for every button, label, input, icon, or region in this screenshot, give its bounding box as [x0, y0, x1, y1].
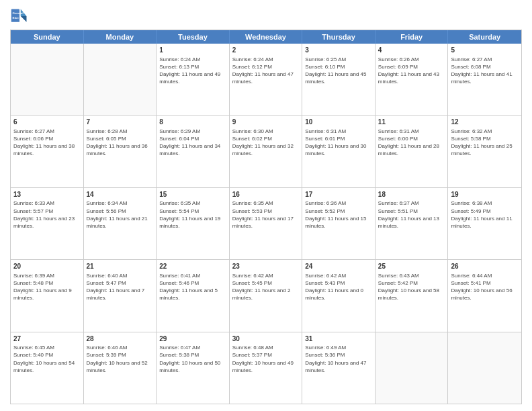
- day-cell-12: 12Sunrise: 6:32 AM Sunset: 5:58 PM Dayli…: [448, 116, 521, 187]
- header-day-tuesday: Tuesday: [157, 30, 230, 44]
- calendar-body: 1Sunrise: 6:24 AM Sunset: 6:13 PM Daylig…: [11, 44, 521, 404]
- day-info: Sunrise: 6:38 AM Sunset: 5:49 PM Dayligh…: [451, 199, 519, 230]
- day-info: Sunrise: 6:48 AM Sunset: 5:37 PM Dayligh…: [232, 344, 300, 374]
- day-number: 28: [87, 334, 154, 344]
- day-number: 19: [451, 190, 519, 199]
- day-cell-27: 27Sunrise: 6:45 AM Sunset: 5:40 PM Dayli…: [11, 332, 84, 404]
- page: General Blue SundayMondayTuesdayWednesda…: [0, 0, 532, 411]
- day-cell-14: 14Sunrise: 6:34 AM Sunset: 5:56 PM Dayli…: [84, 188, 157, 259]
- day-info: Sunrise: 6:34 AM Sunset: 5:56 PM Dayligh…: [87, 199, 154, 230]
- day-cell-empty-4-5: [375, 332, 449, 404]
- svg-text:General: General: [13, 11, 24, 15]
- day-info: Sunrise: 6:46 AM Sunset: 5:39 PM Dayligh…: [87, 344, 154, 374]
- day-number: 25: [378, 262, 445, 271]
- day-cell-10: 10Sunrise: 6:31 AM Sunset: 6:01 PM Dayli…: [302, 116, 375, 187]
- day-info: Sunrise: 6:30 AM Sunset: 6:02 PM Dayligh…: [232, 128, 300, 158]
- day-number: 20: [13, 262, 81, 271]
- day-number: 5: [451, 46, 519, 55]
- day-cell-18: 18Sunrise: 6:37 AM Sunset: 5:51 PM Dayli…: [375, 188, 449, 259]
- day-number: 14: [87, 190, 154, 199]
- day-cell-2: 2Sunrise: 6:24 AM Sunset: 6:12 PM Daylig…: [230, 44, 303, 115]
- day-info: Sunrise: 6:49 AM Sunset: 5:36 PM Dayligh…: [305, 344, 372, 374]
- day-number: 8: [159, 118, 226, 127]
- day-number: 22: [159, 262, 226, 271]
- day-cell-11: 11Sunrise: 6:31 AM Sunset: 6:00 PM Dayli…: [375, 116, 449, 187]
- calendar-row-2: 13Sunrise: 6:33 AM Sunset: 5:57 PM Dayli…: [11, 187, 521, 259]
- day-number: 24: [305, 262, 372, 271]
- day-cell-31: 31Sunrise: 6:49 AM Sunset: 5:36 PM Dayli…: [302, 332, 375, 404]
- day-number: 15: [159, 190, 226, 199]
- day-info: Sunrise: 6:40 AM Sunset: 5:47 PM Dayligh…: [87, 272, 154, 302]
- day-info: Sunrise: 6:43 AM Sunset: 5:42 PM Dayligh…: [378, 272, 445, 302]
- day-cell-29: 29Sunrise: 6:47 AM Sunset: 5:38 PM Dayli…: [157, 332, 230, 404]
- calendar-row-0: 1Sunrise: 6:24 AM Sunset: 6:13 PM Daylig…: [11, 44, 521, 115]
- calendar-row-4: 27Sunrise: 6:45 AM Sunset: 5:40 PM Dayli…: [11, 332, 521, 404]
- day-number: 1: [159, 46, 226, 55]
- day-cell-1: 1Sunrise: 6:24 AM Sunset: 6:13 PM Daylig…: [157, 44, 230, 115]
- day-info: Sunrise: 6:25 AM Sunset: 6:10 PM Dayligh…: [305, 56, 372, 86]
- header: General Blue: [10, 7, 522, 26]
- calendar-row-3: 20Sunrise: 6:39 AM Sunset: 5:48 PM Dayli…: [11, 259, 521, 331]
- day-cell-empty-0-1: [84, 44, 157, 115]
- day-info: Sunrise: 6:42 AM Sunset: 5:43 PM Dayligh…: [305, 272, 372, 302]
- day-info: Sunrise: 6:27 AM Sunset: 6:08 PM Dayligh…: [451, 56, 519, 86]
- day-cell-empty-4-6: [448, 332, 521, 404]
- day-cell-25: 25Sunrise: 6:43 AM Sunset: 5:42 PM Dayli…: [375, 260, 449, 331]
- day-number: 12: [451, 118, 519, 127]
- day-number: 31: [305, 334, 372, 344]
- day-cell-7: 7Sunrise: 6:28 AM Sunset: 6:05 PM Daylig…: [84, 116, 157, 187]
- logo-icon: General Blue: [10, 7, 29, 26]
- day-cell-21: 21Sunrise: 6:40 AM Sunset: 5:47 PM Dayli…: [84, 260, 157, 331]
- day-cell-23: 23Sunrise: 6:42 AM Sunset: 5:45 PM Dayli…: [230, 260, 303, 331]
- header-day-saturday: Saturday: [448, 30, 521, 44]
- day-number: 27: [13, 334, 81, 344]
- day-info: Sunrise: 6:36 AM Sunset: 5:52 PM Dayligh…: [305, 199, 372, 230]
- day-info: Sunrise: 6:24 AM Sunset: 6:13 PM Dayligh…: [159, 56, 226, 86]
- day-number: 11: [378, 118, 445, 127]
- header-day-monday: Monday: [84, 30, 157, 44]
- day-cell-24: 24Sunrise: 6:42 AM Sunset: 5:43 PM Dayli…: [302, 260, 375, 331]
- day-cell-22: 22Sunrise: 6:41 AM Sunset: 5:46 PM Dayli…: [157, 260, 230, 331]
- day-info: Sunrise: 6:29 AM Sunset: 6:04 PM Dayligh…: [159, 128, 226, 158]
- day-info: Sunrise: 6:45 AM Sunset: 5:40 PM Dayligh…: [13, 344, 81, 374]
- day-number: 3: [305, 46, 372, 55]
- day-info: Sunrise: 6:42 AM Sunset: 5:45 PM Dayligh…: [232, 272, 300, 302]
- day-info: Sunrise: 6:31 AM Sunset: 6:00 PM Dayligh…: [378, 128, 445, 158]
- day-info: Sunrise: 6:39 AM Sunset: 5:48 PM Dayligh…: [13, 272, 81, 302]
- header-day-wednesday: Wednesday: [230, 30, 303, 44]
- day-info: Sunrise: 6:41 AM Sunset: 5:46 PM Dayligh…: [159, 272, 226, 302]
- day-cell-empty-0-0: [11, 44, 84, 115]
- header-day-thursday: Thursday: [302, 30, 375, 44]
- svg-text:Blue: Blue: [13, 16, 19, 19]
- day-cell-3: 3Sunrise: 6:25 AM Sunset: 6:10 PM Daylig…: [302, 44, 375, 115]
- day-info: Sunrise: 6:24 AM Sunset: 6:12 PM Dayligh…: [232, 56, 300, 86]
- day-cell-9: 9Sunrise: 6:30 AM Sunset: 6:02 PM Daylig…: [230, 116, 303, 187]
- day-number: 17: [305, 190, 372, 199]
- day-info: Sunrise: 6:27 AM Sunset: 6:06 PM Dayligh…: [13, 128, 81, 158]
- day-info: Sunrise: 6:26 AM Sunset: 6:09 PM Dayligh…: [378, 56, 445, 86]
- day-cell-16: 16Sunrise: 6:35 AM Sunset: 5:53 PM Dayli…: [230, 188, 303, 259]
- day-number: 2: [232, 46, 300, 55]
- day-cell-4: 4Sunrise: 6:26 AM Sunset: 6:09 PM Daylig…: [375, 44, 449, 115]
- day-cell-6: 6Sunrise: 6:27 AM Sunset: 6:06 PM Daylig…: [11, 116, 84, 187]
- day-info: Sunrise: 6:35 AM Sunset: 5:54 PM Dayligh…: [159, 199, 226, 230]
- day-number: 30: [232, 334, 300, 344]
- day-number: 9: [232, 118, 300, 127]
- header-day-friday: Friday: [375, 30, 449, 44]
- day-number: 16: [232, 190, 300, 199]
- day-number: 21: [87, 262, 154, 271]
- day-cell-19: 19Sunrise: 6:38 AM Sunset: 5:49 PM Dayli…: [448, 188, 521, 259]
- day-info: Sunrise: 6:33 AM Sunset: 5:57 PM Dayligh…: [13, 199, 81, 230]
- day-number: 13: [13, 190, 81, 199]
- day-info: Sunrise: 6:37 AM Sunset: 5:51 PM Dayligh…: [378, 199, 445, 230]
- header-day-sunday: Sunday: [11, 30, 84, 44]
- day-number: 26: [451, 262, 519, 271]
- calendar-header: SundayMondayTuesdayWednesdayThursdayFrid…: [11, 30, 521, 44]
- day-number: 29: [159, 334, 226, 344]
- day-info: Sunrise: 6:32 AM Sunset: 5:58 PM Dayligh…: [451, 128, 519, 158]
- day-cell-15: 15Sunrise: 6:35 AM Sunset: 5:54 PM Dayli…: [157, 188, 230, 259]
- calendar-row-1: 6Sunrise: 6:27 AM Sunset: 6:06 PM Daylig…: [11, 115, 521, 187]
- calendar: SundayMondayTuesdayWednesdayThursdayFrid…: [10, 30, 522, 404]
- day-number: 4: [378, 46, 445, 55]
- day-cell-5: 5Sunrise: 6:27 AM Sunset: 6:08 PM Daylig…: [448, 44, 521, 115]
